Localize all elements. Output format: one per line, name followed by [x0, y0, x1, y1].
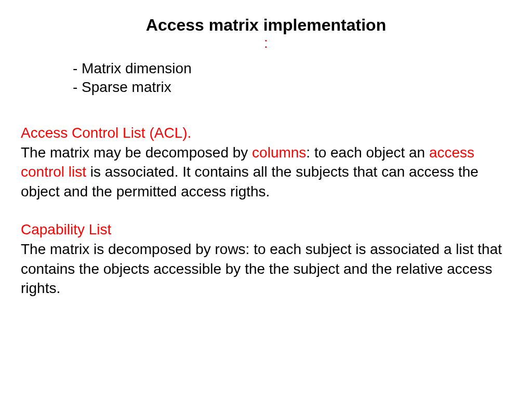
acl-text-part: : to each object an	[306, 144, 429, 161]
bullet-item: - Sparse matrix	[73, 78, 511, 97]
acl-section: Access Control List (ACL). The matrix ma…	[21, 123, 511, 202]
acl-body: The matrix may be decomposed by columns:…	[21, 143, 511, 202]
acl-highlight-columns: columns	[252, 144, 306, 161]
slide-title: Access matrix implementation	[21, 16, 511, 35]
acl-text-part: The matrix may be decomposed by	[21, 144, 252, 161]
bullet-list: - Matrix dimension - Sparse matrix	[73, 59, 511, 97]
capability-heading: Capability List	[21, 220, 511, 240]
title-colon: :	[21, 35, 511, 51]
capability-section: Capability List The matrix is decomposed…	[21, 220, 511, 298]
bullet-item: - Matrix dimension	[73, 59, 511, 78]
acl-text-part: is associated. It contains all the subje…	[21, 164, 478, 200]
acl-heading: Access Control List (ACL).	[21, 123, 511, 143]
capability-body: The matrix is decomposed by rows: to eac…	[21, 240, 511, 298]
